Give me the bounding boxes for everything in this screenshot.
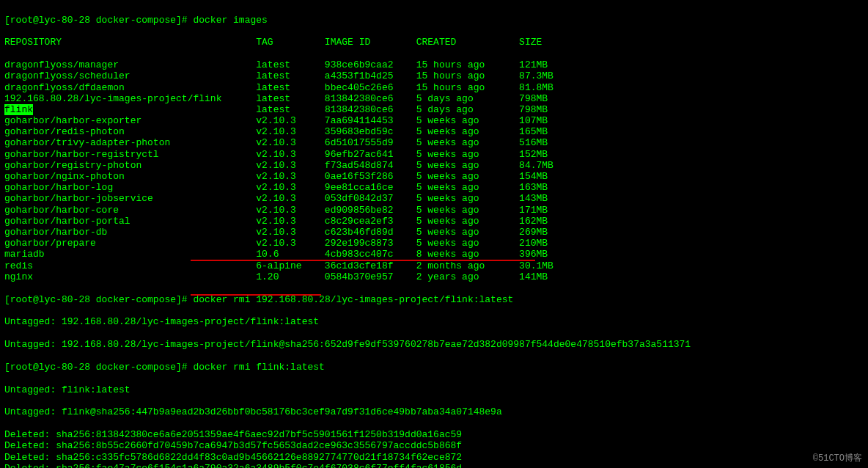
table-row: redis 6-alpine 36c1d3cfe18f 2 months ago…: [4, 260, 864, 271]
table-row: goharbor/harbor-log v2.10.3 9ee81cca16ce…: [4, 182, 864, 193]
watermark: ©51CTO博客: [813, 453, 862, 464]
highlight-underline-2: [191, 294, 321, 296]
highlight-underline-1: [191, 260, 535, 261]
output-line: Deleted: sha256:813842380ce6a6e2051359ae…: [4, 429, 864, 440]
output-line: Untagged: flink:latest: [4, 384, 864, 395]
prompt-line-1: [root@lyc-80-28 docker-compose]# docker …: [4, 15, 864, 26]
table-row: goharbor/harbor-db v2.10.3 c623b46fd89d …: [4, 227, 864, 238]
command: docker images: [193, 15, 267, 26]
table-row: goharbor/nginx-photon v2.10.3 0ae16f53f2…: [4, 171, 864, 182]
table-row: dragonflyoss/manager latest 938ce6b9caa2…: [4, 59, 864, 70]
table-row: nginx 1.20 0584b370e957 2 years ago 141M…: [4, 271, 864, 282]
table-row: goharbor/registry-photon v2.10.3 f73ad54…: [4, 160, 864, 171]
output-line: Deleted: sha256:c335fc5786d6822dd4f83c0a…: [4, 452, 864, 463]
table-row: goharbor/trivy-adapter-photon v2.10.3 6d…: [4, 137, 864, 148]
command: docker rmi flink:latest: [193, 362, 324, 373]
prompt-line-3: [root@lyc-80-28 docker-compose]# docker …: [4, 362, 864, 373]
table-row: dragonflyoss/dfdaemon latest bbec405c26e…: [4, 82, 864, 93]
prompt-line-2: [root@lyc-80-28 docker-compose]# docker …: [4, 294, 864, 305]
output-line: Untagged: flink@sha256:447b9a9ead2b3d26b…: [4, 406, 864, 417]
table-header: REPOSITORY TAG IMAGE ID CREATED SIZE: [4, 37, 864, 48]
table-row: flink latest 813842380ce6 5 days ago 798…: [4, 104, 864, 115]
output-line: Untagged: 192.168.80.28/lyc-images-proje…: [4, 339, 864, 350]
table-row: dragonflyoss/scheduler latest a4353f1b4d…: [4, 70, 864, 81]
table-row: goharbor/harbor-portal v2.10.3 c8c29cea2…: [4, 216, 864, 227]
table-row: goharbor/harbor-jobservice v2.10.3 053df…: [4, 193, 864, 204]
output-line: Deleted: sha256:8b55c2660fd70459b7ca6947…: [4, 440, 864, 451]
table-row: goharbor/harbor-registryctl v2.10.3 96ef…: [4, 149, 864, 160]
table-row: goharbor/harbor-exporter v2.10.3 7aa6941…: [4, 115, 864, 126]
output-line: Deleted: sha256:fae47a7ce6f154c1a6a790a3…: [4, 463, 864, 468]
table-row: mariadb 10.6 4cb983cc407c 8 weeks ago 39…: [4, 249, 864, 260]
prompt: [root@lyc-80-28 docker-compose]#: [4, 362, 193, 373]
table-row: 192.168.80.28/lyc-images-project/flink l…: [4, 93, 864, 104]
prompt: [root@lyc-80-28 docker-compose]#: [4, 294, 193, 305]
output-line: Untagged: 192.168.80.28/lyc-images-proje…: [4, 316, 864, 327]
table-row: goharbor/redis-photon v2.10.3 359683ebd5…: [4, 126, 864, 137]
table-row: goharbor/prepare v2.10.3 292e199c8873 5 …: [4, 238, 864, 249]
table-row: goharbor/harbor-core v2.10.3 ed909856be8…: [4, 205, 864, 216]
prompt: [root@lyc-80-28 docker-compose]#: [4, 15, 193, 26]
terminal[interactable]: [root@lyc-80-28 docker-compose]# docker …: [0, 0, 868, 468]
